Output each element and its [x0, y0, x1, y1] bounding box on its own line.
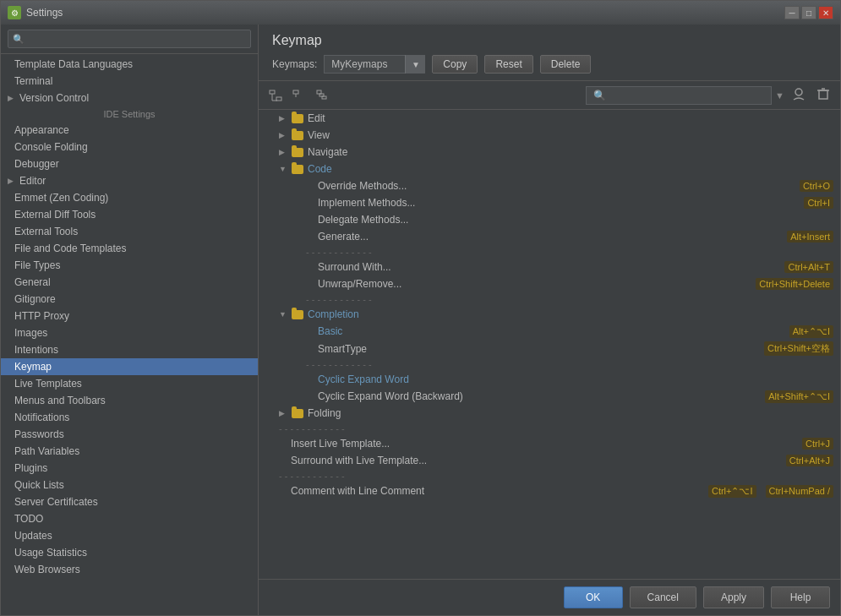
- reset-button[interactable]: Reset: [484, 55, 532, 74]
- maximize-button[interactable]: □: [801, 6, 816, 19]
- sidebar-item-gitignore[interactable]: Gitignore: [1, 291, 258, 308]
- node-label: Navigate: [308, 146, 833, 158]
- apply-button[interactable]: Apply: [703, 586, 764, 608]
- sidebar-item-version-control[interactable]: ▶ Version Control: [1, 90, 258, 106]
- user-filter-button[interactable]: [788, 84, 810, 106]
- sidebar-item-usage-statistics[interactable]: Usage Statistics: [1, 544, 258, 561]
- sidebar-item-passwords[interactable]: Passwords: [1, 426, 258, 443]
- tree-node-completion[interactable]: ▼ Completion: [259, 306, 840, 323]
- sidebar-item-notifications[interactable]: Notifications: [1, 409, 258, 426]
- sidebar-item-todo[interactable]: TODO: [1, 510, 258, 527]
- window-title: Settings: [26, 7, 779, 19]
- sidebar-item-label: Version Control: [19, 92, 89, 104]
- tree-node-comment-line[interactable]: Comment with Line Comment Ctrl+⌃⌥I Ctrl+…: [259, 482, 840, 499]
- node-label: Implement Methods...: [318, 197, 797, 209]
- title-bar: ⚙ Settings ─ □ ✕: [1, 1, 840, 25]
- sidebar-item-server-certificates[interactable]: Server Certificates: [1, 493, 258, 510]
- tree-node-cyclic-expand-word-backward[interactable]: Cyclic Expand Word (Backward) Alt+Shift+…: [259, 388, 840, 405]
- tree-node-insert-live-template[interactable]: Insert Live Template... Ctrl+J: [259, 435, 840, 452]
- minimize-button[interactable]: ─: [784, 6, 800, 19]
- svg-rect-4: [293, 90, 298, 94]
- tree-node-basic[interactable]: Basic Alt+⌃⌥I: [259, 323, 840, 340]
- tree-node-code[interactable]: ▼ Code: [259, 161, 840, 177]
- svg-rect-3: [276, 97, 281, 101]
- keymap-search-input[interactable]: [586, 86, 772, 105]
- sidebar-item-keymap[interactable]: Keymap: [1, 358, 258, 375]
- expand-icon: ▶: [8, 94, 16, 102]
- search-bar: 🔍: [1, 25, 258, 54]
- tree-node-navigate[interactable]: ▶ Navigate: [259, 144, 840, 161]
- sidebar-item-external-diff-tools[interactable]: External Diff Tools: [1, 206, 258, 223]
- sidebar-item-intentions[interactable]: Intentions: [1, 341, 258, 358]
- sidebar-item-label: Live Templates: [14, 378, 82, 390]
- sidebar-item-general[interactable]: General: [1, 274, 258, 291]
- copy-button[interactable]: Copy: [432, 55, 478, 74]
- tree-node-generate[interactable]: Generate... Alt+Insert: [259, 228, 840, 245]
- node-label: Folding: [308, 407, 833, 419]
- close-button[interactable]: ✕: [818, 6, 833, 19]
- tree-node-override-methods[interactable]: Override Methods... Ctrl+O: [259, 177, 840, 194]
- tree-node-smarttype[interactable]: SmartType Ctrl+Shift+空格: [259, 340, 840, 357]
- sidebar-item-debugger[interactable]: Debugger: [1, 155, 258, 172]
- sidebar-item-live-templates[interactable]: Live Templates: [1, 375, 258, 392]
- tree-node-view[interactable]: ▶ View: [259, 127, 840, 144]
- shortcut-badge: Ctrl+Shift+空格: [764, 341, 833, 356]
- node-label: Completion: [308, 308, 833, 320]
- sidebar-item-file-and-code-templates[interactable]: File and Code Templates: [1, 240, 258, 257]
- expand-icon: ▶: [8, 177, 16, 185]
- sidebar-item-quick-lists[interactable]: Quick Lists: [1, 477, 258, 493]
- sidebar-item-label: Images: [14, 327, 47, 339]
- cancel-button[interactable]: Cancel: [630, 586, 696, 608]
- panel-header: Keymap Keymaps: MyKeymaps ▼ Copy Reset D…: [259, 25, 840, 81]
- bottom-bar: OK Cancel Apply Help: [259, 579, 840, 615]
- shortcut-badge: Ctrl+O: [800, 180, 833, 192]
- ok-button[interactable]: OK: [564, 586, 623, 608]
- sidebar-item-web-browsers[interactable]: Web Browsers: [1, 561, 258, 578]
- sidebar-item-terminal[interactable]: Terminal: [1, 73, 258, 90]
- node-label: Delegate Methods...: [318, 214, 833, 226]
- sidebar-search-input[interactable]: [8, 30, 251, 48]
- shortcut-badge: Alt+Insert: [787, 231, 833, 243]
- sidebar-item-editor[interactable]: ▶ Editor: [1, 172, 258, 189]
- sidebar-item-images[interactable]: Images: [1, 324, 258, 341]
- tree-node-edit[interactable]: ▶ Edit: [259, 110, 840, 127]
- tree-node-delegate-methods[interactable]: Delegate Methods...: [259, 211, 840, 228]
- keymap-controls: Keymaps: MyKeymaps ▼ Copy Reset Delete: [272, 55, 827, 74]
- sidebar-item-label: Keymap: [14, 361, 52, 373]
- expand-all-button[interactable]: [265, 88, 286, 103]
- sidebar-item-template-data-languages[interactable]: Template Data Languages: [1, 56, 258, 73]
- delete-button[interactable]: Delete: [540, 55, 592, 74]
- sidebar-group-ide-settings: IDE Settings: [1, 106, 258, 122]
- tree-node-cyclic-expand-word[interactable]: Cyclic Expand Word: [259, 371, 840, 388]
- tree-node-surround-with-live-template[interactable]: Surround with Live Template... Ctrl+Alt+…: [259, 452, 840, 469]
- keymaps-label: Keymaps:: [272, 58, 317, 70]
- keymap-select[interactable]: MyKeymaps: [324, 55, 425, 74]
- node-label: Cyclic Expand Word: [318, 373, 833, 385]
- sidebar-item-path-variables[interactable]: Path Variables: [1, 443, 258, 460]
- tree-node-implement-methods[interactable]: Implement Methods... Ctrl+I: [259, 194, 840, 211]
- sidebar-item-updates[interactable]: Updates: [1, 527, 258, 544]
- settings-window: ⚙ Settings ─ □ ✕ 🔍 Template Data Languag…: [0, 0, 841, 616]
- sidebar-item-external-tools[interactable]: External Tools: [1, 223, 258, 240]
- sidebar-item-menus-and-toolbars[interactable]: Menus and Toolbars: [1, 392, 258, 409]
- sidebar-item-label: Emmet (Zen Coding): [14, 192, 108, 204]
- collapse-all-button[interactable]: [289, 88, 309, 103]
- sidebar-item-http-proxy[interactable]: HTTP Proxy: [1, 308, 258, 324]
- tree-node-folding[interactable]: ▶ Folding: [259, 405, 840, 422]
- expand-recurse-button[interactable]: [313, 88, 333, 103]
- help-button[interactable]: Help: [771, 586, 830, 608]
- sidebar-item-appearance[interactable]: Appearance: [1, 122, 258, 139]
- sidebar-item-label: File and Code Templates: [14, 243, 127, 254]
- sidebar-item-console-folding[interactable]: Console Folding: [1, 139, 258, 155]
- sidebar-item-label: Menus and Toolbars: [14, 395, 106, 406]
- tree-node-unwrap-remove[interactable]: Unwrap/Remove... Ctrl+Shift+Delete: [259, 275, 840, 292]
- node-label: View: [308, 129, 833, 141]
- app-icon: ⚙: [8, 6, 21, 19]
- tree-node-surround-with[interactable]: Surround With... Ctrl+Alt+T: [259, 259, 840, 275]
- main-content: 🔍 Template Data Languages Terminal ▶ Ver…: [1, 25, 840, 615]
- sidebar-item-plugins[interactable]: Plugins: [1, 460, 258, 477]
- trash-button[interactable]: [813, 85, 833, 105]
- sidebar-item-emmet[interactable]: Emmet (Zen Coding): [1, 189, 258, 206]
- sidebar-item-label: Usage Statistics: [14, 547, 87, 559]
- sidebar-item-file-types[interactable]: File Types: [1, 257, 258, 274]
